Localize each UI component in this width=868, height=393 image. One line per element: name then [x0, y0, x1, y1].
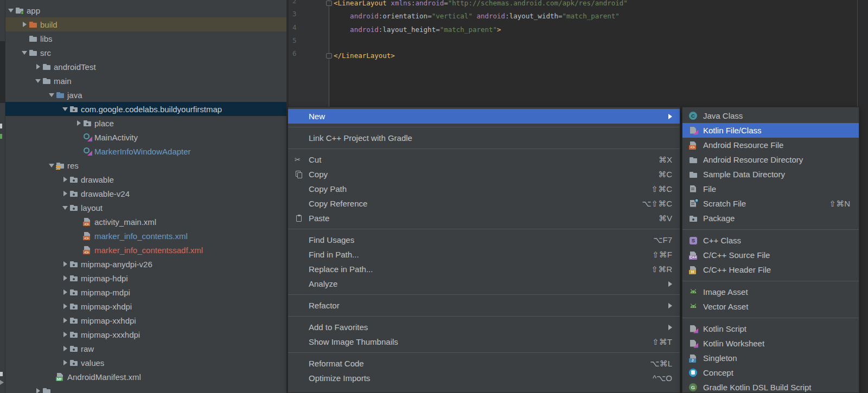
tool-window-stripe[interactable] — [0, 0, 5, 393]
chevron-right-icon[interactable] — [61, 274, 69, 282]
tree-item-mipmap-xxhdpi[interactable]: mipmap-xxhdpi — [5, 313, 286, 327]
menu-item-label: Concept — [703, 368, 850, 377]
tree-item-drawable-v24[interactable]: drawable-v24 — [5, 186, 286, 201]
submenu-item-concept[interactable]: Concept — [682, 365, 859, 380]
submenu-item-kotlin-script[interactable]: Kotlin Script — [682, 321, 859, 336]
context-menu-item-reformat-code[interactable]: Reformat Code⌥⌘L — [288, 356, 680, 371]
context-menu-item-show-image-thumbnails[interactable]: Show Image Thumbnails⇧⌘T — [288, 334, 680, 349]
submenu-item-kotlin-worksheet[interactable]: Kotlin Worksheet — [682, 336, 859, 351]
submenu-item-package[interactable]: Package — [682, 211, 859, 226]
tree-item-marker-info-contentssadf-xml[interactable]: <>marker_info_contentssadf.xml — [5, 243, 286, 257]
tree-item-mipmap-xxxhdpi[interactable]: mipmap-xxxhdpi — [5, 327, 286, 342]
package-folder-icon — [69, 288, 78, 297]
menu-icon-spacer — [295, 359, 303, 368]
package-folder-icon — [69, 344, 78, 353]
chevron-down-icon[interactable] — [7, 6, 15, 15]
tree-item-app[interactable]: app — [5, 3, 286, 17]
menu-item-label: Link C++ Project with Gradle — [309, 133, 672, 143]
editor-scrollbar-track[interactable] — [858, 0, 868, 107]
chevron-right-icon[interactable] — [61, 316, 69, 325]
chevron-right-icon[interactable] — [61, 189, 69, 198]
submenu-item-c-class[interactable]: SC++ Class — [682, 233, 859, 248]
tree-item-java[interactable]: java — [5, 88, 286, 102]
tree-item-mipmap-xhdpi[interactable]: mipmap-xhdpi — [5, 299, 286, 313]
tree-item-res[interactable]: res — [5, 158, 286, 172]
package-folder-icon — [83, 119, 92, 127]
chevron-down-icon[interactable] — [47, 161, 56, 170]
context-menu-item-find-usages[interactable]: Find Usages⌥F7 — [288, 233, 680, 247]
chevron-right-icon[interactable] — [61, 288, 69, 297]
chevron-right-icon[interactable] — [61, 260, 69, 268]
submenu-item-android-resource-directory[interactable]: Android Resource Directory — [682, 152, 859, 167]
tree-item-marker-info-contents-xml[interactable]: <>marker_info_contents.xml — [5, 229, 286, 243]
tree-item-partial[interactable] — [5, 384, 286, 393]
submenu-item-image-asset[interactable]: Image Asset — [682, 285, 859, 299]
context-menu-item-find-in-path[interactable]: Find in Path...⇧⌘F — [288, 247, 680, 262]
submenu-item-java-class[interactable]: CJava Class — [682, 108, 859, 123]
submenu-item-gradle-kotlin-dsl-build-script[interactable]: GGradle Kotlin DSL Build Script — [682, 380, 859, 393]
fold-marker[interactable] — [326, 53, 332, 59]
menu-item-label: Copy — [309, 170, 647, 179]
context-menu-item-replace-in-path[interactable]: Replace in Path...⇧⌘R — [288, 262, 680, 276]
chevron-down-icon[interactable] — [61, 105, 69, 113]
context-menu-item-copy-reference[interactable]: Copy Reference⌥⇧⌘C — [288, 196, 680, 211]
tree-item-mipmap-anydpi-v26[interactable]: mipmap-anydpi-v26 — [5, 257, 286, 271]
tree-item-mainactivity[interactable]: MainActivity — [5, 130, 286, 144]
submenu-item-c-c-source-file[interactable]: C++C/C++ Source File — [682, 248, 859, 262]
context-menu-item-refactor[interactable]: Refactor — [288, 298, 680, 313]
tree-item-activity-main-xml[interactable]: <>activity_main.xml — [5, 215, 286, 229]
tree-item-layout[interactable]: layout — [5, 201, 286, 215]
chevron-down-icon[interactable] — [20, 48, 29, 57]
tree-item-libs[interactable]: libs — [5, 31, 286, 46]
tree-item-androidtest[interactable]: androidTest — [5, 60, 286, 74]
context-menu-item-copy-path[interactable]: Copy Path⇧⌘C — [288, 182, 680, 196]
context-menu-item-analyze[interactable]: Analyze — [288, 276, 680, 291]
submenu-item-sample-data-directory[interactable]: Sample Data Directory — [682, 167, 859, 182]
chevron-right-icon[interactable] — [74, 119, 83, 127]
tree-item-main[interactable]: main — [5, 74, 286, 88]
cut-icon: ✂ — [295, 156, 303, 164]
context-menu-item-paste[interactable]: Paste⌘V — [288, 211, 680, 226]
submenu-item-kotlin-file-class[interactable]: Kotlin File/Class — [682, 123, 859, 138]
tree-item-values[interactable]: values — [5, 356, 286, 370]
submenu-item-c-c-header-file[interactable]: HC/C++ Header File — [682, 262, 859, 277]
chevron-right-icon[interactable] — [34, 62, 42, 71]
chevron-right-icon[interactable] — [61, 358, 69, 367]
chevron-down-icon[interactable] — [47, 91, 56, 99]
tree-item-src[interactable]: src — [5, 46, 286, 60]
context-menu-item-cut[interactable]: ✂Cut⌘X — [288, 152, 680, 167]
context-menu-item-new[interactable]: New — [288, 109, 680, 124]
submenu-item-file[interactable]: File — [682, 182, 859, 196]
submenu-item-singleton[interactable]: JSingleton — [682, 351, 859, 365]
tree-item-raw[interactable]: raw — [5, 342, 286, 356]
tree-item-androidmanifest-xml[interactable]: MFAndroidManifest.xml — [5, 370, 286, 384]
code-line-3: android:orientation="vertical" android:l… — [334, 10, 620, 23]
chevron-right-icon[interactable] — [20, 20, 29, 29]
tree-item-com-google-codelabs-buildyourfirstmap[interactable]: com.google.codelabs.buildyourfirstmap — [5, 102, 286, 116]
context-menu-item-add-to-favorites[interactable]: Add to Favorites — [288, 320, 680, 334]
submenu-item-scratch-file[interactable]: Scratch File⇧⌘N — [682, 196, 859, 211]
editor-scrollbar-border — [857, 0, 858, 107]
chevron-right-icon[interactable] — [61, 175, 69, 184]
tree-item-mipmap-hdpi[interactable]: mipmap-hdpi — [5, 271, 286, 285]
chevron-right-icon[interactable] — [61, 330, 69, 339]
tree-item-drawable[interactable]: drawable — [5, 172, 286, 186]
tree-item-build[interactable]: build — [5, 17, 286, 31]
chevron-down-icon[interactable] — [34, 76, 42, 85]
tree-item-mipmap-mdpi[interactable]: mipmap-mdpi — [5, 285, 286, 299]
tree-item-markerinfowindowadapter[interactable]: MarkerInfoWindowAdapter — [5, 144, 286, 158]
chevron-right-icon[interactable] — [61, 344, 69, 353]
menu-item-label: Paste — [309, 214, 648, 223]
chevron-right-icon[interactable] — [61, 302, 69, 311]
package-folder-icon — [69, 189, 78, 198]
context-menu-item-link-c-project-with-gradle[interactable]: Link C++ Project with Gradle — [288, 131, 680, 145]
submenu-item-vector-asset[interactable]: Vector Asset — [682, 299, 859, 314]
chevron-right-icon[interactable] — [34, 386, 42, 393]
chevron-down-icon[interactable] — [61, 203, 69, 212]
tree-item-place[interactable]: place — [5, 116, 286, 130]
excluded-folder-icon — [29, 20, 37, 29]
context-menu-item-optimize-imports[interactable]: Optimize Imports^⌥O — [288, 371, 680, 385]
context-menu-item-copy[interactable]: Copy⌘C — [288, 167, 680, 182]
submenu-item-android-resource-file[interactable]: <>Android Resource File — [682, 138, 859, 152]
fold-marker[interactable] — [326, 1, 332, 6]
